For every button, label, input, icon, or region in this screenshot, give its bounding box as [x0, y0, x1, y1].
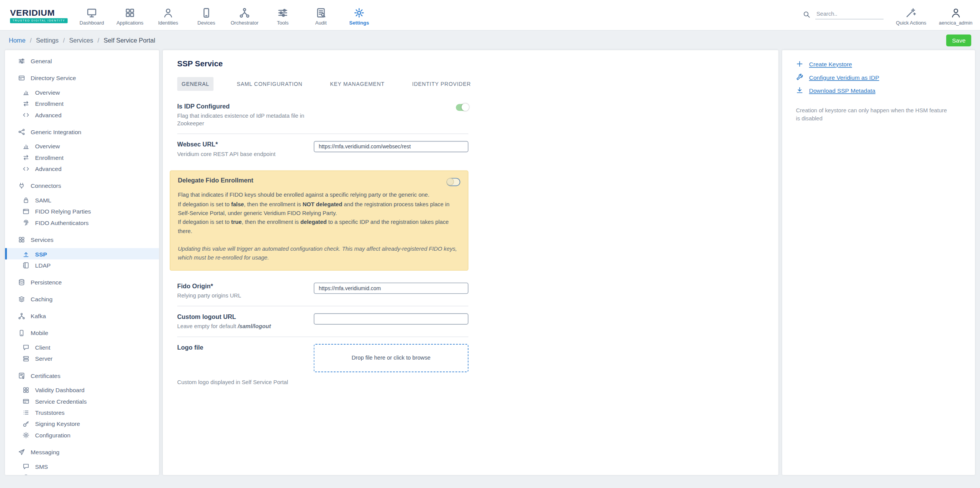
- sidebar-item-label: SAML: [35, 196, 51, 203]
- sidebar-item-kafka[interactable]: Kafka: [5, 310, 159, 321]
- sidebar-item-messaging[interactable]: Messaging: [5, 446, 159, 457]
- sidebar-item-general[interactable]: General: [5, 55, 159, 66]
- client-icon: [23, 344, 29, 351]
- sidebar-item-certificates[interactable]: Certificates: [5, 370, 159, 381]
- applications-icon: [125, 7, 135, 18]
- text-segment: , then the enrollment is: [244, 201, 303, 207]
- sidebar-item-directory-overview[interactable]: Overview: [5, 87, 159, 98]
- nav-item-audit[interactable]: Audit: [302, 5, 340, 25]
- sidebar-item-directory-enrollment[interactable]: Enrollment: [5, 98, 159, 109]
- user-menu[interactable]: aencica_admin: [939, 5, 972, 25]
- validity-dashboard-icon: [23, 386, 29, 393]
- sidebar-item-caching[interactable]: Caching: [5, 293, 159, 304]
- sidebar-item-server[interactable]: Server: [5, 353, 159, 364]
- breadcrumb-services[interactable]: Services: [69, 37, 93, 44]
- sidebar-item-truststores[interactable]: Truststores: [5, 407, 159, 418]
- sidebar-item-label: Caching: [31, 296, 52, 302]
- nav-item-settings[interactable]: Settings: [340, 5, 379, 25]
- sidebar-item-services[interactable]: Services: [5, 234, 159, 245]
- sidebar-item-email[interactable]: Email: [5, 472, 159, 475]
- breadcrumb-current: Self Service Portal: [104, 37, 155, 44]
- field-fido-origin: Fido Origin* Relying party origins URL: [177, 275, 469, 306]
- nav-item-devices[interactable]: Devices: [187, 5, 226, 25]
- logo-file-dropzone[interactable]: Drop file here or click to browse: [314, 344, 469, 372]
- logo-file-description: Custom logo displayed in Self Service Po…: [177, 378, 469, 386]
- sidebar-subgroup: Overview Enrollment Advanced: [5, 140, 159, 174]
- field-meta: Logo file: [177, 344, 306, 351]
- sidebar-item-directory-service[interactable]: Directory Service: [5, 72, 159, 83]
- sidebar-item-label: SMS: [35, 463, 48, 470]
- sidebar-group-services: Services SSP LDAP: [5, 234, 159, 271]
- nav-item-tools[interactable]: Tools: [264, 5, 302, 25]
- sidebar-item-client[interactable]: Client: [5, 342, 159, 353]
- delegate-fido-enrollment-toggle[interactable]: [446, 178, 460, 186]
- field-description: Leave empty for default /saml/logout: [177, 322, 306, 330]
- sidebar-item-generic-integration[interactable]: Generic Integration: [5, 126, 159, 137]
- email-icon: [23, 474, 29, 475]
- nav-item-orchestrator[interactable]: Orchestrator: [225, 5, 264, 25]
- enrollment-icon: [23, 100, 29, 107]
- sidebar-item-label: Server: [35, 355, 53, 362]
- sidebar-item-connectors[interactable]: Connectors: [5, 180, 159, 191]
- tab-identity-provider[interactable]: IDENTITY PROVIDER: [408, 77, 475, 91]
- nav-item-identities[interactable]: Identities: [149, 5, 187, 25]
- sidebar-item-fido-authenticators[interactable]: FIDO Authenticators: [5, 217, 159, 228]
- configuration-gear-icon: [23, 431, 29, 438]
- sidebar-item-label: Connectors: [31, 182, 61, 189]
- sidebar-item-sms[interactable]: SMS: [5, 460, 159, 472]
- field-logo-file: Logo file Drop file here or click to bro…: [177, 337, 469, 378]
- sidebar-item-mobile[interactable]: Mobile: [5, 327, 159, 338]
- nav-item-dashboard[interactable]: Dashboard: [73, 5, 111, 25]
- sidebar-group-caching: Caching: [5, 293, 159, 304]
- tab-saml-configuration[interactable]: SAML CONFIGURATION: [233, 77, 307, 91]
- link-label: Create Keystore: [809, 61, 852, 67]
- sidebar-item-service-credentials[interactable]: Service Credentials: [5, 395, 159, 406]
- text-segment: , then the enrollment is: [242, 219, 300, 225]
- settings-icon: [354, 7, 364, 18]
- sidebar-item-fido-relying-parties[interactable]: FIDO Relying Parties: [5, 205, 159, 217]
- wrench-icon: [796, 73, 803, 81]
- breadcrumb-home[interactable]: Home: [9, 37, 26, 44]
- breadcrumb-settings[interactable]: Settings: [36, 37, 59, 44]
- brand-name: VERIDIUM: [10, 7, 67, 17]
- tab-key-management[interactable]: KEY MANAGEMENT: [326, 77, 389, 91]
- sidebar-item-validity-dashboard[interactable]: Validity Dashboard: [5, 384, 159, 395]
- sidebar-subgroup: SAML FIDO Relying Parties FIDO Authentic…: [5, 194, 159, 228]
- sidebar-item-integration-overview[interactable]: Overview: [5, 140, 159, 151]
- nav-item-applications[interactable]: Applications: [111, 5, 149, 25]
- search-icon: [803, 11, 810, 18]
- search-input[interactable]: [815, 10, 883, 20]
- highlight-header: Delegate Fido Enrollment: [178, 177, 460, 187]
- sidebar-item-signing-keystore[interactable]: Signing Keystore: [5, 418, 159, 429]
- nav-label-applications: Applications: [116, 20, 144, 25]
- veridium-logo[interactable]: VERIDIUM TRUSTED DIGITAL IDENTITY: [10, 7, 67, 23]
- sidebar-item-ssp[interactable]: SSP: [5, 248, 159, 259]
- sidebar-item-configuration[interactable]: Configuration: [5, 429, 159, 440]
- sidebar-item-label: Mobile: [31, 329, 48, 336]
- server-icon: [23, 355, 29, 362]
- sidebar-item-label: Overview: [35, 143, 60, 150]
- tab-general[interactable]: GENERAL: [177, 77, 214, 91]
- sidebar-item-integration-advanced[interactable]: Advanced: [5, 163, 159, 174]
- sidebar-group-connectors: Connectors SAML FIDO Relying Parties FID…: [5, 180, 159, 228]
- download-ssp-metadata-link[interactable]: Download SSP Metadata: [796, 87, 961, 94]
- sidebar-item-persistence[interactable]: Persistence: [5, 276, 159, 288]
- custom-logout-url-input[interactable]: [314, 313, 469, 324]
- fido-origin-input[interactable]: [314, 282, 469, 293]
- key-icon: [23, 420, 29, 427]
- is-idp-configured-toggle[interactable]: [456, 104, 469, 111]
- delegate-description-line-3: If delegation is set to true, then the e…: [178, 218, 460, 236]
- sidebar-item-ldap[interactable]: LDAP: [5, 260, 159, 271]
- sidebar-item-label: Service Credentials: [35, 398, 87, 404]
- sidebar-item-integration-enrollment[interactable]: Enrollment: [5, 152, 159, 163]
- sidebar-subgroup: SSP LDAP: [5, 248, 159, 271]
- username-label: aencica_admin: [939, 20, 972, 25]
- create-keystore-link[interactable]: Create Keystore: [796, 60, 961, 68]
- save-button[interactable]: Save: [946, 34, 971, 46]
- websec-url-input[interactable]: [314, 141, 469, 152]
- sidebar-item-directory-advanced[interactable]: Advanced: [5, 109, 159, 120]
- quick-actions-button[interactable]: Quick Actions: [896, 5, 926, 25]
- sidebar-item-saml[interactable]: SAML: [5, 194, 159, 205]
- advanced-icon: [23, 111, 29, 118]
- configure-veridium-as-idp-link[interactable]: Configure Veridium as IDP: [796, 73, 961, 81]
